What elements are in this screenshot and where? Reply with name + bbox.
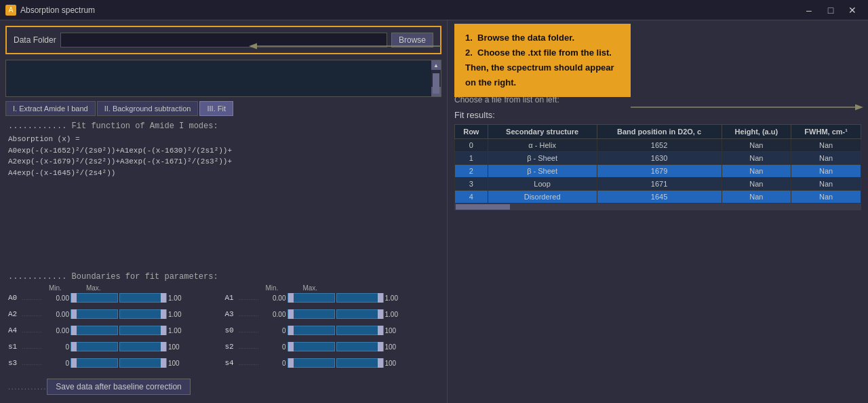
slider-a1-max[interactable] [336,293,384,303]
table-body: 0 α - Helix 1652 Nan Nan 1 β - Sheet 163… [455,139,861,204]
left-panel: Data Folder Browse ▲ ▼ I. Extract Amide … [0,20,448,403]
param-s0: s0 ............ 0 100 [225,326,442,335]
table-row[interactable]: 1 β - Sheet 1630 Nan Nan [455,152,861,165]
col-row: Row [455,125,488,139]
maximize-button[interactable]: □ [821,3,841,17]
formula-area: ............ Fit function of Amide I mod… [0,116,447,267]
param-s1: s1 ............ 0 100 [8,342,225,351]
slider-s4-max[interactable] [336,358,384,368]
slider-s0-min[interactable] [288,326,335,335]
data-folder-row: Data Folder Browse [5,26,441,54]
save-button[interactable]: Save data after baseline correction [47,379,190,395]
slider-s2-min[interactable] [288,342,335,351]
param-a3: A3 ............ 0.00 1.00 [225,309,442,319]
param-a1: A1 ............ 0.00 1.00 [225,293,442,303]
window-controls: – □ ✕ [799,3,863,17]
results-table: Row Secondary structure Band position in… [454,124,861,204]
scroll-track [431,70,441,87]
minimize-button[interactable]: – [799,3,819,17]
slider-a4-min[interactable] [71,326,118,335]
slider-s3-min[interactable] [71,358,118,368]
browse-button[interactable]: Browse [391,33,433,47]
col-fwhm: FWHM, cm-¹ [791,125,861,139]
param-s2: s2 ............ 0 100 [225,342,442,351]
table-hscrollbar[interactable] [454,204,861,210]
fit-results-label: Fit results: [454,110,861,120]
data-folder-input[interactable] [60,33,387,47]
save-dots: ............ [8,383,47,391]
save-btn-row: ............ Save data after baseline co… [0,375,447,403]
table-container: Row Secondary structure Band position in… [454,124,861,210]
file-list-scrollbar[interactable]: ▲ ▼ [431,60,441,96]
slider-a2-max[interactable] [119,309,167,319]
slider-s3-max[interactable] [119,358,167,368]
table-row[interactable]: 4 Disordered 1645 Nan Nan [455,191,861,204]
data-folder-label: Data Folder [14,35,56,45]
close-button[interactable]: ✕ [842,3,863,17]
file-list-area[interactable]: ▲ ▼ [5,60,441,97]
max-label-right: Max. [302,284,317,292]
tab-extract[interactable]: I. Extract Amide I band [5,101,96,116]
formula-title: ............ Fit function of Amide I mod… [8,121,439,131]
param-a4: A4 ............ 0.00 1.00 [8,326,225,335]
scroll-thumb[interactable] [433,73,439,94]
slider-s1-max[interactable] [119,342,167,351]
tabs-row: I. Extract Amide I band II. Background s… [5,101,441,116]
col-band: Band position in D2O, c [597,125,722,139]
tab-background[interactable]: II. Background subtraction [97,101,199,116]
slider-a2-min[interactable] [71,309,118,319]
slider-s0-max[interactable] [336,326,384,335]
annotation-box: 1. Browse the data folder. 2. Choose the… [454,24,631,97]
title-bar: A Absorption spectrum – □ ✕ [0,0,868,20]
col-height: Height, (a.u) [722,125,791,139]
slider-s1-min[interactable] [71,342,118,351]
max-label-left: Max. [86,284,101,292]
slider-a3-max[interactable] [336,309,384,319]
param-s4: s4 ............ 0 100 [225,358,442,368]
slider-a0-min[interactable] [71,293,118,303]
param-a0: A0 ............ 0.00 1.00 [8,293,225,303]
param-s3: s3 ............ 0 100 [8,358,225,368]
param-a2: A2 ............ 0.00 1.00 [8,309,225,319]
table-row[interactable]: 0 α - Helix 1652 Nan Nan [455,139,861,152]
app-icon: A [5,5,16,16]
slider-a0-max[interactable] [119,293,167,303]
min-label-right: Min. [266,284,279,292]
table-row[interactable]: 2 β - Sheet 1679 Nan Nan [455,165,861,178]
window-title: Absorption spectrum [20,5,795,15]
table-row[interactable]: 3 Loop 1671 Nan Nan [455,178,861,191]
slider-s2-max[interactable] [336,342,384,351]
formula-text: Absorption (x) = A0exp(-(x-1652)²/(2s0²)… [8,134,439,178]
tab-fit[interactable]: III. Fit [199,101,233,116]
slider-a1-min[interactable] [288,293,335,303]
slider-a4-max[interactable] [119,326,167,335]
boundaries-title: ............ Boundaries for fit paramete… [8,272,439,282]
slider-s4-min[interactable] [288,358,335,368]
hscroll-thumb[interactable] [456,204,510,210]
table-header-row: Row Secondary structure Band position in… [455,125,861,139]
min-label-left: Min. [49,284,62,292]
scroll-up-arrow[interactable]: ▲ [431,60,441,70]
main-content: Data Folder Browse ▲ ▼ I. Extract Amide … [0,20,868,403]
slider-a3-min[interactable] [288,309,335,319]
col-structure: Secondary structure [488,125,597,139]
